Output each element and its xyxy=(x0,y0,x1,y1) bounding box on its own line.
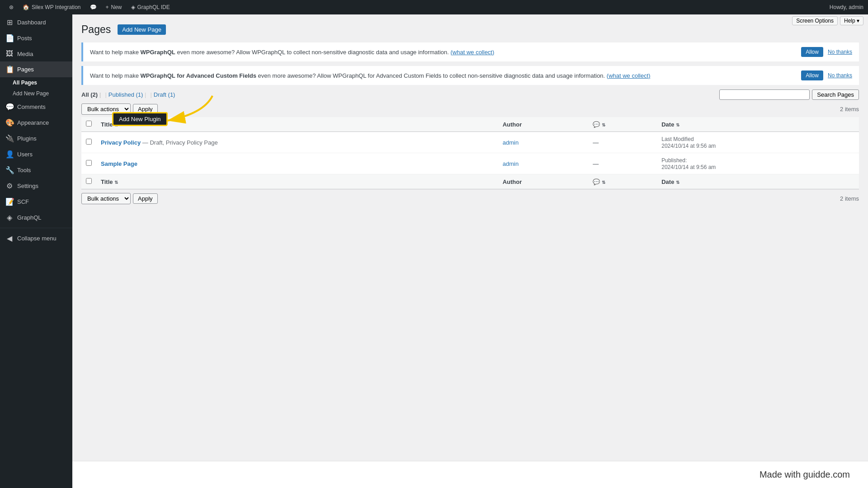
filter-all[interactable]: All (2) xyxy=(81,91,103,98)
notice2-allow-button[interactable]: Allow xyxy=(801,70,823,80)
row1-date-value: 2024/10/14 at 9:56 am xyxy=(661,143,716,149)
table-row: Sample Page admin — Published: 2024/10/1… xyxy=(81,153,859,174)
sidebar-item-settings[interactable]: ⚙ Settings xyxy=(0,178,72,194)
sidebar-label-dashboard: Dashboard xyxy=(17,19,46,26)
sidebar-label-scf: SCF xyxy=(17,198,29,205)
date-bottom-label: Date xyxy=(661,178,674,185)
row2-date-label: Published: xyxy=(661,157,687,164)
collapse-icon: ◀ xyxy=(5,234,14,243)
media-icon: 🖼 xyxy=(5,50,14,58)
row2-title-cell: Sample Page xyxy=(96,153,498,174)
add-new-page-label: Add New Page xyxy=(13,90,49,97)
sidebar-item-scf[interactable]: 📝 SCF xyxy=(0,194,72,210)
title-header-label: Title xyxy=(101,121,113,128)
graphql-label: GraphQL IDE xyxy=(137,4,170,10)
tools-icon: 🔧 xyxy=(5,166,14,174)
sidebar-subitem-add-new-page[interactable]: Add New Page xyxy=(0,88,72,99)
pages-icon: 📋 xyxy=(5,65,14,74)
notice1-nothanks-button[interactable]: No thanks xyxy=(828,49,852,55)
add-new-page-button[interactable]: Add New Page xyxy=(118,24,166,35)
notice1-brand: WPGraphQL xyxy=(141,49,175,56)
date-sort-icon[interactable]: ⇅ xyxy=(676,122,679,127)
notice2-nothanks-button[interactable]: No thanks xyxy=(828,72,852,79)
row1-author-cell: admin xyxy=(498,132,589,153)
th-bottom-comments: 💬 ⇅ xyxy=(588,174,657,189)
sidebar-item-media[interactable]: 🖼 Media xyxy=(0,46,72,61)
site-name-item[interactable]: 🏠 Silex WP Integration xyxy=(18,0,85,14)
sidebar-label-plugins: Plugins xyxy=(17,135,37,142)
notice-wpgraphql: Want to help make WPGraphQL even more aw… xyxy=(81,42,859,61)
all-pages-label: All Pages xyxy=(13,80,37,86)
row2-author-cell: admin xyxy=(498,153,589,174)
row2-checkbox[interactable] xyxy=(86,160,92,166)
select-all-bottom-checkbox[interactable] xyxy=(86,178,92,184)
notice2-text: Want to help make WPGraphQL for Advanced… xyxy=(90,72,797,79)
th-bottom-date: Date ⇅ xyxy=(657,174,859,189)
sidebar: ⊞ Dashboard 📄 Posts 🖼 Media 📋 Pages All … xyxy=(0,14,72,488)
notice1-text2: even more awesome? Allow WPGraphQL to co… xyxy=(177,49,450,56)
sidebar-item-comments[interactable]: 💬 Comments xyxy=(0,99,72,115)
author-header-label: Author xyxy=(503,121,522,128)
sidebar-item-graphql[interactable]: ◈ GraphQL xyxy=(0,210,72,225)
sidebar-subitem-all-pages[interactable]: All Pages xyxy=(0,77,72,88)
th-author: Author xyxy=(498,117,589,132)
sidebar-item-tools[interactable]: 🔧 Tools xyxy=(0,162,72,178)
search-pages-input[interactable] xyxy=(719,89,810,100)
row2-author-link[interactable]: admin xyxy=(503,160,519,167)
row1-title-link[interactable]: Privacy Policy — Draft, Privacy Policy P… xyxy=(101,139,218,146)
sidebar-item-plugins[interactable]: 🔌 Plugins xyxy=(0,131,72,146)
title-bottom-sort-icon[interactable]: ⇅ xyxy=(114,180,118,185)
title-bottom-label: Title xyxy=(101,178,113,185)
th-date: Date ⇅ xyxy=(657,117,859,132)
sidebar-item-posts[interactable]: 📄 Posts xyxy=(0,30,72,46)
select-all-checkbox[interactable] xyxy=(86,121,92,127)
sidebar-label-appearance: Appearance xyxy=(17,119,49,126)
row1-checkbox[interactable] xyxy=(86,139,92,145)
row1-checkbox-cell xyxy=(81,132,96,153)
wp-logo-item[interactable]: ⊛ xyxy=(5,0,18,14)
comments-header-icon: 💬 xyxy=(593,121,600,128)
bulk-actions-select-bottom[interactable]: Bulk actions xyxy=(81,193,131,204)
sidebar-label-posts: Posts xyxy=(17,35,32,42)
notice1-link[interactable]: (what we collect) xyxy=(451,49,495,56)
comments-bottom-sort-icon[interactable]: ⇅ xyxy=(602,180,605,185)
apply-button-bottom[interactable]: Apply xyxy=(133,193,158,204)
sidebar-collapse-menu[interactable]: ◀ Collapse menu xyxy=(0,230,72,246)
new-item[interactable]: + New xyxy=(101,0,127,14)
collapse-label: Collapse menu xyxy=(17,235,57,242)
comments-item[interactable]: 💬 xyxy=(85,0,101,14)
sidebar-item-pages[interactable]: 📋 Pages xyxy=(0,61,72,77)
notice1-allow-button[interactable]: Allow xyxy=(801,47,823,57)
row1-date-label: Last Modified xyxy=(661,136,693,142)
row2-comments-cell: — xyxy=(588,153,657,174)
plus-icon: + xyxy=(106,4,109,10)
posts-icon: 📄 xyxy=(5,34,14,42)
graphql-item[interactable]: ◈ GraphQL IDE xyxy=(127,0,175,14)
sidebar-item-dashboard[interactable]: ⊞ Dashboard xyxy=(0,14,72,30)
table-header-row-bottom: Title ⇅ Author 💬 ⇅ Date ⇅ xyxy=(81,174,859,189)
filter-published[interactable]: Published (1) xyxy=(108,91,149,98)
date-header-label: Date xyxy=(661,121,674,128)
comments-sort-icon[interactable]: ⇅ xyxy=(602,122,605,127)
row2-checkbox-cell xyxy=(81,153,96,174)
sidebar-label-media: Media xyxy=(17,51,33,57)
row2-title-link[interactable]: Sample Page xyxy=(101,160,137,167)
notice2-link[interactable]: (what we collect) xyxy=(607,72,651,79)
date-bottom-sort-icon[interactable]: ⇅ xyxy=(676,180,679,185)
wp-icon: ⊛ xyxy=(9,4,14,10)
row1-author-link[interactable]: admin xyxy=(503,139,519,146)
sidebar-divider xyxy=(0,228,72,228)
comments-bottom-icon: 💬 xyxy=(593,178,600,185)
table-header-row: Title ⇅ Author 💬 ⇅ Date ⇅ xyxy=(81,117,859,132)
sidebar-item-users[interactable]: 👤 Users xyxy=(0,146,72,162)
sidebar-item-appearance[interactable]: 🎨 Appearance xyxy=(0,115,72,131)
table-top-actions: Bulk actions Apply 2 items xyxy=(81,103,859,115)
filter-draft[interactable]: Draft (1) xyxy=(154,91,178,98)
search-pages-button[interactable]: Search Pages xyxy=(812,89,859,100)
howdy-text: Howdy, admin xyxy=(830,4,863,10)
items-count-bottom: 2 items xyxy=(840,195,859,202)
th-checkbox xyxy=(81,117,96,132)
row1-title: Privacy Policy xyxy=(101,139,141,146)
add-new-plugin-highlight[interactable]: Add New Plugin xyxy=(112,112,168,126)
notice2-brand: WPGraphQL for Advanced Custom Fields xyxy=(141,72,256,79)
